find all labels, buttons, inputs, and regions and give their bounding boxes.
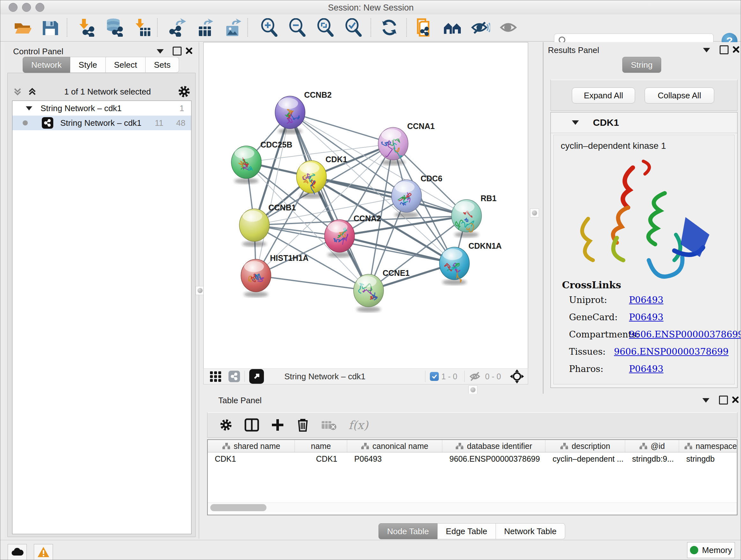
toolbar-separator [67,18,67,37]
export-table-icon[interactable] [195,17,215,37]
warnings-button[interactable] [34,544,53,560]
cell-namespace[interactable]: stringdb [679,452,737,465]
panel-menu-caret-icon[interactable] [702,398,710,402]
node-label-CDC25B: CDC25B [260,140,292,149]
add-column-icon[interactable] [271,418,285,432]
column-header-id[interactable]: @id [625,440,679,452]
network-row[interactable]: String Network – cdk1 11 48 [12,116,191,130]
birds-eye-view-icon[interactable] [509,369,525,384]
node-CCNE1[interactable] [354,274,384,312]
first-neighbors-icon[interactable] [443,17,462,37]
tree-expand-caret-icon[interactable] [26,106,32,111]
node-CCNB2[interactable] [275,96,305,134]
horizontal-scrollbar[interactable] [208,503,737,512]
export-network-icon[interactable] [167,17,187,37]
float-panel-icon[interactable] [173,47,182,56]
refresh-view-icon[interactable] [380,17,399,37]
import-network-from-database-icon[interactable] [105,17,124,37]
tab-select[interactable]: Select [106,57,145,73]
panel-menu-caret-icon[interactable] [157,49,164,54]
node-RB1[interactable] [452,199,482,238]
section-collapse-caret-icon[interactable] [572,120,579,125]
zoom-fit-content-icon[interactable] [316,17,335,37]
zoom-out-icon[interactable] [287,17,307,37]
show-all-icon[interactable] [499,17,519,37]
import-table-from-file-icon[interactable] [132,17,152,37]
application-window: Session: New Session [0,0,741,560]
cell-database-identifier[interactable]: 9606.ENSP00000378699 [442,452,545,465]
float-panel-icon[interactable] [719,395,728,405]
delete-column-icon[interactable] [296,418,310,432]
toolbar-separator [245,371,245,382]
compartments-link[interactable]: 9606.ENSP00000378699 [629,329,741,347]
tissues-link[interactable]: 9606.ENSP00000378699 [614,347,729,364]
scrollbar-thumb[interactable] [210,504,266,511]
tab-node-table[interactable]: Node Table [379,523,437,539]
control-panel-title: Control Panel [13,47,64,57]
import-network-from-file-icon[interactable] [77,17,97,37]
close-panel-icon[interactable] [185,47,192,55]
horizontal-splitter-handle[interactable] [468,385,477,394]
node-label-CCNA1: CCNA1 [407,122,434,131]
node-CDC25B[interactable] [231,146,261,184]
collapse-all-chevron-icon[interactable] [12,86,23,97]
cell-name[interactable]: CDK1 [295,452,347,465]
collapse-all-button[interactable]: Collapse All [645,87,714,104]
network-view-type-icon[interactable] [228,371,240,382]
tab-network[interactable]: Network [23,57,70,73]
close-panel-icon[interactable] [732,46,739,53]
tab-edge-table[interactable]: Edge Table [437,523,496,539]
network-canvas[interactable]: CCNB2CCNA1CDC25BCDK1CDC6RB1CCNB1CCNA2CDK… [203,42,528,369]
open-file-icon[interactable] [12,17,32,37]
close-panel-icon[interactable] [731,396,739,403]
pharos-link[interactable]: P06493 [629,364,664,381]
table-options-gear-icon[interactable] [219,418,233,432]
node-CCNA1[interactable] [378,127,408,165]
tab-string[interactable]: String [622,57,661,73]
show-columns-icon[interactable] [245,418,259,432]
zoom-in-icon[interactable] [259,17,279,37]
column-header-description[interactable]: description [545,440,625,452]
cell-canonical-name[interactable]: P06493 [347,452,442,465]
tab-network-table[interactable]: Network Table [496,523,565,539]
save-session-icon[interactable] [41,17,60,37]
detach-view-icon[interactable] [249,369,264,384]
vertical-splitter-handle-right[interactable] [530,208,539,217]
network-tree: String Network – cdk1 1 String Network –… [12,101,192,534]
node-HIST1H1A[interactable] [241,259,271,297]
column-header-shared-name[interactable]: shared name [208,440,295,452]
node-CDC6[interactable] [392,180,421,218]
hide-selected-icon[interactable] [471,17,490,37]
cloud-status-button[interactable] [8,544,27,560]
float-panel-icon[interactable] [720,45,729,54]
uniprot-link[interactable]: P06493 [629,295,664,312]
grid-view-icon[interactable] [209,369,223,383]
tab-style[interactable]: Style [70,57,106,73]
network-node-count: 11 [155,118,163,128]
column-header-canonical-name[interactable]: canonical name [347,440,442,452]
genecard-link[interactable]: P06493 [629,312,664,329]
column-header-name[interactable]: name [295,440,347,452]
node-label-RB1: RB1 [481,194,496,203]
memory-button[interactable]: Memory [687,542,735,558]
gene-section-header[interactable]: CDK1 [551,112,737,133]
cell-shared-name[interactable]: CDK1 [208,452,295,465]
table-row[interactable]: CDK1 CDK1 P06493 9606.ENSP00000378699 cy… [208,452,737,465]
expand-all-chevron-icon[interactable] [27,86,38,97]
selected-count-checkbox-icon[interactable] [430,372,439,381]
column-header-namespace[interactable]: namespace [679,440,737,452]
zoom-selected-icon[interactable] [344,17,363,37]
network-graph[interactable]: CCNB2CCNA1CDC25BCDK1CDC6RB1CCNB1CCNA2CDK… [204,43,528,368]
options-gear-icon[interactable] [178,85,191,98]
panel-menu-caret-icon[interactable] [703,48,710,52]
column-header-database-identifier[interactable]: database identifier [442,440,545,452]
node-CCNB1[interactable] [239,209,269,247]
cell-description[interactable]: cyclin–dependent ... [545,452,625,465]
export-image-icon[interactable] [222,17,242,37]
new-network-from-selection-icon[interactable] [414,17,434,37]
network-collection-row[interactable]: String Network – cdk1 1 [12,101,191,116]
node-CDKN1A[interactable] [440,247,469,285]
cell-id[interactable]: stringdb:9... [625,452,679,465]
expand-all-button[interactable]: Expand All [572,87,635,104]
tab-sets[interactable]: Sets [145,57,179,73]
